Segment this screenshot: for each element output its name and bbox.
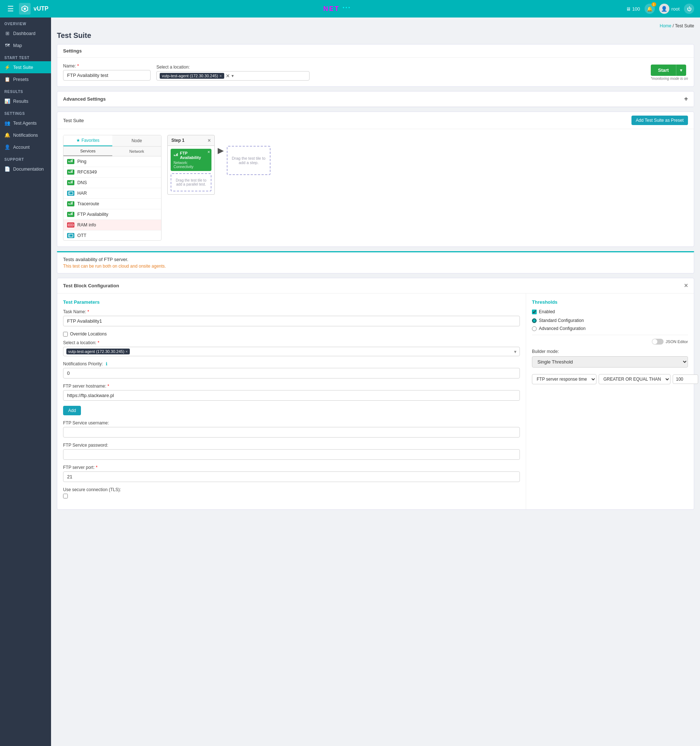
svg-rect-9 (72, 170, 72, 173)
location-select[interactable]: vutp-test-agent (172.30.30.245) × ✕ ▾ (156, 71, 309, 81)
svg-rect-18 (71, 202, 71, 205)
sidebar-item-label: Map (13, 43, 22, 48)
location-tag-sm: vutp-test-agent (172.30.30.245) × (66, 349, 130, 354)
notifications-priority-input[interactable] (63, 368, 520, 379)
subtab-network[interactable]: Network (112, 147, 161, 156)
add-hostname-button[interactable]: Add (63, 406, 81, 415)
notifications-info-icon[interactable]: ℹ (106, 361, 108, 367)
start-button[interactable]: Start (651, 65, 676, 76)
step-1-close-icon[interactable]: × (208, 137, 211, 143)
list-item[interactable]: DNS (63, 177, 161, 188)
list-item[interactable]: OTT (63, 230, 161, 240)
json-editor-toggle[interactable]: JSON Editor (652, 339, 688, 344)
sidebar-item-results[interactable]: 📊 Results (0, 95, 51, 107)
advanced-config-radio-row[interactable]: Advanced Configuration (532, 326, 688, 331)
map-icon: 🗺 (5, 43, 10, 48)
config-close-icon[interactable]: × (684, 282, 688, 289)
test-builder: ★ Favorites Node Services Network Ping (57, 129, 694, 247)
power-button[interactable]: ⏻ (684, 4, 694, 14)
json-editor-switch[interactable] (652, 339, 664, 344)
add-preset-button[interactable]: Add Test Suite as Preset (631, 116, 688, 125)
subtab-services[interactable]: Services (63, 147, 112, 156)
list-item[interactable]: RFC6349 (63, 167, 161, 177)
ftp-availability-tile[interactable]: × FTP Availability Network: Connectivity (171, 149, 212, 171)
settings-panel: Settings Name: * Select a location: vutp… (57, 44, 694, 87)
list-item[interactable]: Traceroute (63, 199, 161, 209)
location-select-sm[interactable]: vutp-test-agent (172.30.30.245) × ▾ (63, 347, 520, 356)
sidebar-item-notifications[interactable]: 🔔 Notifications (0, 129, 51, 141)
tab-node[interactable]: Node (112, 135, 161, 146)
step-2-drop-zone[interactable]: Drag the test tile to add a step. (227, 146, 270, 175)
sidebar-item-documentation[interactable]: 📄 Documentation (0, 163, 51, 175)
enabled-checkbox-row[interactable]: Enabled (532, 309, 688, 314)
location-dropdown-arrow[interactable]: ▾ (231, 73, 234, 78)
start-dropdown-button[interactable]: ▾ (676, 65, 686, 76)
standard-config-label: Standard Configuration (539, 318, 584, 323)
tls-field: Use secure connection (TLS): (63, 487, 520, 498)
sidebar-item-test-agents[interactable]: 👥 Test Agents (0, 117, 51, 129)
ftp-port-input[interactable] (63, 471, 520, 482)
advanced-settings-header[interactable]: Advanced Settings + (57, 92, 694, 107)
sidebar-label-results: RESULTS (0, 85, 51, 95)
tab-favorites[interactable]: ★ Favorites (63, 135, 112, 146)
sidebar-item-map[interactable]: 🗺 Map (0, 39, 51, 51)
notifications-icon-btn[interactable]: 🔔 1 (644, 4, 655, 14)
ftp-tile-close-icon[interactable]: × (207, 149, 210, 155)
sidebar-section-results: RESULTS 📊 Results (0, 85, 51, 107)
list-item[interactable]: FTP Availability (63, 209, 161, 220)
sidebar-item-label: Account (13, 145, 30, 150)
location-label: Select a location: (156, 65, 645, 70)
override-locations-checkbox-row[interactable]: Override Locations (63, 331, 520, 337)
sidebar-section-start-test: START TEST ⚡ Test Suite 📋 Presets (0, 51, 51, 85)
tls-checkbox[interactable] (63, 494, 68, 498)
metric-select[interactable]: FTP server response time (532, 374, 596, 384)
advanced-config-label: Advanced Configuration (539, 326, 586, 331)
advanced-config-radio[interactable] (532, 326, 537, 331)
svg-rect-10 (69, 182, 69, 183)
sidebar-item-dashboard[interactable]: ⊞ Dashboard (0, 27, 51, 39)
user-area[interactable]: 👤 root (659, 4, 680, 14)
location-clear-icon[interactable]: ✕ (226, 73, 230, 79)
test-suite-header: Test Suite Add Test Suite as Preset (57, 112, 694, 129)
list-item[interactable]: HAR (63, 188, 161, 199)
test-item-label: RAM info (77, 223, 96, 227)
location-tag-text: vutp-test-agent (172.30.30.245) (162, 74, 218, 78)
ftp-password-input[interactable] (63, 449, 520, 460)
test-item-label: OTT (77, 233, 86, 238)
breadcrumb: Home / Test Suite (57, 23, 694, 29)
enabled-checkbox[interactable] (532, 310, 537, 314)
sidebar-item-test-suite[interactable]: ⚡ Test Suite (0, 61, 51, 73)
location-sm-dropdown-arrow[interactable]: ▾ (514, 349, 517, 354)
ftp-username-input[interactable] (63, 427, 520, 438)
task-name-input[interactable] (63, 316, 520, 326)
name-input[interactable] (63, 70, 150, 81)
ram-info-icon (67, 223, 74, 227)
config-header-label: Test Block Configuration (63, 283, 119, 289)
tls-checkbox-row[interactable] (63, 494, 520, 498)
list-item[interactable]: RAM info (63, 220, 161, 230)
test-agents-icon: 👥 (5, 120, 10, 126)
standard-config-radio[interactable] (532, 318, 537, 323)
standard-config-radio-row[interactable]: Standard Configuration (532, 318, 688, 323)
step-parallel-drop-zone[interactable]: Drag the test tile to add a parallel tes… (171, 173, 212, 191)
sidebar-item-presets[interactable]: 📋 Presets (0, 73, 51, 85)
builder-mode-select[interactable]: Single Threshold Multi Threshold (532, 356, 688, 367)
notifications-priority-label: Notifications Priority: ℹ (63, 361, 520, 367)
sidebar-item-account[interactable]: 👤 Account (0, 141, 51, 153)
operator-select[interactable]: GREATER OR EQUAL THAN LESS THAN EQUAL TO (599, 374, 670, 384)
location-tag-close[interactable]: × (219, 74, 222, 78)
ftp-hostname-input[interactable] (63, 390, 520, 401)
advanced-settings-toggle-icon[interactable]: + (684, 95, 688, 103)
svg-rect-21 (70, 214, 71, 215)
test-block-config-panel: Test Block Configuration × Test Paramete… (57, 278, 694, 510)
monitor-count-area: 🖥 100 (626, 6, 640, 12)
notifications-nav-icon: 🔔 (5, 132, 10, 138)
breadcrumb-home[interactable]: Home (659, 23, 671, 29)
list-item[interactable]: Ping (63, 156, 161, 167)
hamburger-button[interactable]: ☰ (6, 3, 15, 15)
start-button-group: Start ▾ *monitoring mode is on (651, 65, 688, 81)
override-locations-checkbox[interactable] (63, 332, 68, 337)
step-1-block: Step 1 × × FTP Availability Network: Con… (167, 135, 215, 195)
threshold-value-input[interactable] (673, 375, 698, 384)
location-tag-sm-close[interactable]: × (125, 349, 128, 354)
